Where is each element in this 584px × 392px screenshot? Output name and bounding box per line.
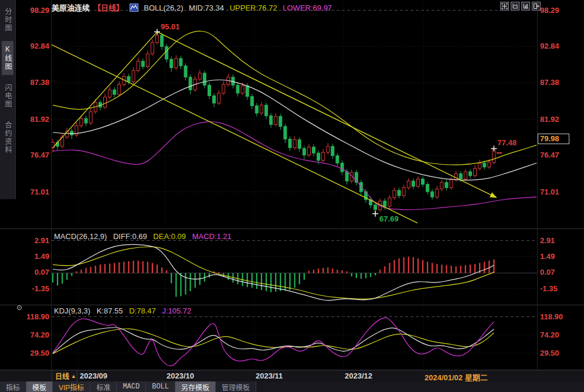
- svg-text:2.91: 2.91: [540, 236, 555, 245]
- svg-text:98.29: 98.29: [30, 6, 49, 15]
- sidebar-item-kline-chart[interactable]: K线图: [2, 41, 13, 75]
- kdj-indicator-label: KDJ(9,3,3): [54, 306, 90, 315]
- svg-text:118.90: 118.90: [540, 312, 563, 321]
- export-panel-icon[interactable]: [532, 2, 541, 11]
- svg-text:71.01: 71.01: [30, 188, 49, 196]
- trading-app-window: 98.2998.2992.8492.8487.3887.3881.9281.92…: [0, 0, 584, 392]
- boll-lower-line: [53, 122, 537, 210]
- svg-text:71.01: 71.01: [540, 188, 559, 196]
- svg-text:87.38: 87.38: [30, 78, 49, 87]
- boll-lower-value: LOWER:69.97: [283, 4, 332, 12]
- x-axis-month-label: 2023/12: [345, 371, 372, 380]
- svg-text:-1.35: -1.35: [540, 284, 558, 293]
- chart-type-sidebar: 分时图 K线图 闪电图 合约资料: [0, 0, 16, 199]
- svg-text:92.84: 92.84: [30, 42, 49, 50]
- svg-text:76.47: 76.47: [540, 151, 559, 159]
- trendline-1[interactable]: [53, 32, 157, 148]
- svg-text:81.92: 81.92: [540, 115, 559, 124]
- macd-panel-header: MACD(26,12,9) DIFF:0.69 DEA:0.09 MACD:1.…: [54, 232, 236, 241]
- svg-text:79.98: 79.98: [540, 134, 559, 143]
- svg-text:118.90: 118.90: [26, 312, 49, 321]
- price-box: 79.98: [538, 134, 569, 144]
- svg-text:1.49: 1.49: [35, 252, 49, 261]
- svg-text:1.49: 1.49: [540, 252, 555, 261]
- x-axis-row: 日线 ▲ 2023/092023/102023/112023/122024/01…: [0, 370, 584, 381]
- sidebar-item-time-chart[interactable]: 分时图: [2, 4, 13, 36]
- boll-indicator-label: BOLL(26,2): [144, 4, 183, 12]
- svg-text:74.20: 74.20: [540, 330, 559, 339]
- axis-zoom-out-icon[interactable]: [521, 2, 530, 11]
- contract-title: 美原油连续: [52, 4, 90, 12]
- crosshair-icon[interactable]: [500, 2, 509, 11]
- x-axis-month-label: 2023/11: [256, 371, 283, 380]
- kdj-k-value: K:87.55: [97, 306, 123, 315]
- svg-text:0.07: 0.07: [540, 268, 555, 277]
- indicator-chart-icon: [130, 4, 138, 12]
- sidebar-item-lightning-chart[interactable]: 闪电图: [2, 80, 13, 113]
- kdj-d-line: [53, 329, 494, 354]
- kdj-panel-header: KDJ(9,3,3) K:87.55 D:78.47 J:105.72: [54, 306, 195, 315]
- kdj-j-value: J:105.72: [162, 306, 191, 315]
- kdj-panel: [53, 318, 494, 366]
- svg-text:92.84: 92.84: [540, 42, 559, 50]
- macd-diff-value: DIFF:0.69: [113, 232, 147, 241]
- svg-text:77.48: 77.48: [497, 138, 517, 147]
- main-price-panel: [50, 31, 537, 223]
- main-chart-header: 美原油连续【日线】 BOLL(26,2) MID:73.34 UPPER:76.…: [52, 2, 335, 11]
- x-axis-month-label: 2023/10: [167, 371, 194, 380]
- macd-panel: [52, 244, 537, 300]
- period-tag: 【日线】: [93, 4, 124, 12]
- boll-upper-value: UPPER:76.72: [230, 4, 277, 12]
- candles-layer: [52, 32, 495, 213]
- svg-text:29.50: 29.50: [540, 349, 559, 357]
- svg-text:76.47: 76.47: [30, 151, 49, 159]
- tab-save-template[interactable]: 另存模板: [175, 381, 216, 392]
- svg-text:67.69: 67.69: [379, 214, 399, 223]
- period-label: 日线: [55, 371, 69, 381]
- tab-standard[interactable]: 标准: [90, 381, 117, 392]
- tab-vip-indicators[interactable]: VIP指标: [53, 381, 90, 392]
- panel-splitter-icon[interactable]: [18, 306, 22, 310]
- macd-macd-value: MACD:1.21: [192, 232, 232, 241]
- macd-histogram: [53, 257, 494, 296]
- svg-text:74.20: 74.20: [30, 330, 49, 339]
- svg-text:98.29: 98.29: [540, 6, 559, 15]
- tab-bar-filler: [256, 381, 584, 392]
- boll-mid-value: MID:73.34: [189, 4, 224, 12]
- svg-text:2.91: 2.91: [35, 236, 49, 245]
- period-arrow-icon: ▲: [71, 373, 76, 379]
- indicator-tab-bar: 指标 模板 VIP指标 标准 MACD BOLL 另存模板 管理模板: [0, 381, 584, 392]
- svg-text:95.01: 95.01: [161, 22, 180, 31]
- svg-text:0.07: 0.07: [35, 268, 49, 277]
- trendline-2[interactable]: [157, 32, 496, 197]
- period-selector[interactable]: 日线 ▲: [52, 370, 77, 381]
- svg-text:87.38: 87.38: [540, 78, 559, 87]
- x-axis-month-label: 2023/09: [80, 371, 107, 380]
- axis-zoom-in-icon[interactable]: [511, 2, 520, 11]
- svg-text:29.50: 29.50: [30, 349, 49, 357]
- trendline-3[interactable]: [50, 44, 417, 223]
- trendline-arrowhead-icon: [490, 192, 497, 197]
- chart-toolbar: [500, 2, 541, 11]
- macd-indicator-label: MACD(26,12,9): [54, 232, 107, 241]
- svg-text:-1.35: -1.35: [32, 284, 49, 293]
- tab-boll[interactable]: BOLL: [146, 381, 175, 392]
- price-annotations: 95.0167.6977.48: [154, 22, 517, 223]
- tab-manage-template[interactable]: 管理模板: [216, 381, 256, 392]
- main-gridlines: [52, 4, 537, 227]
- tab-indicators[interactable]: 指标: [0, 381, 26, 392]
- tab-templates[interactable]: 模板: [26, 381, 53, 392]
- boll-mid-line: [53, 80, 537, 180]
- tab-macd[interactable]: MACD: [117, 381, 146, 392]
- svg-text:81.92: 81.92: [30, 115, 49, 124]
- kdj-gridlines: [52, 307, 537, 369]
- kdj-j-line: [53, 318, 494, 366]
- sidebar-item-contract-info[interactable]: 合约资料: [2, 117, 13, 158]
- macd-dea-value: DEA:0.09: [153, 232, 186, 241]
- kdj-d-value: D:78.47: [129, 306, 156, 315]
